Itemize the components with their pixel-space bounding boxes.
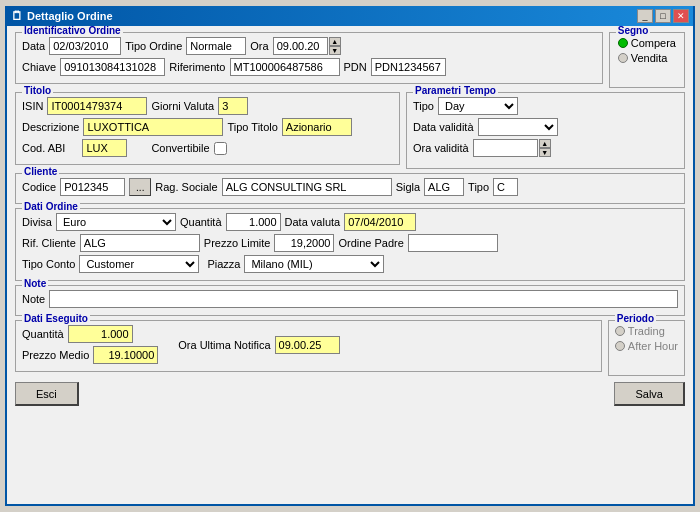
tipo-cliente-label: Tipo xyxy=(468,181,489,193)
titlebar: 🗒 Dettaglio Ordine _ □ ✕ xyxy=(7,6,693,26)
ora-label: Ora xyxy=(250,40,268,52)
codice-browse-button[interactable]: ... xyxy=(129,178,151,196)
identificativo-label: Identificativo Ordine xyxy=(22,26,123,36)
data-label: Data xyxy=(22,40,45,52)
riferimento-label: Riferimento xyxy=(169,61,225,73)
cliente-group: Cliente Codice ... Rag. Sociale Sigla Ti… xyxy=(15,173,685,204)
tipo-param-label: Tipo xyxy=(413,100,434,112)
pdn-label: PDN xyxy=(344,61,367,73)
dati-ordine-group: Dati Ordine Divisa Euro Quantità Data va… xyxy=(15,208,685,281)
quantita-ordine-label: Quantità xyxy=(180,216,222,228)
esci-button[interactable]: Esci xyxy=(15,382,79,406)
window-icon: 🗒 xyxy=(11,9,23,23)
data-valuta-label: Data valuta xyxy=(285,216,341,228)
main-window: 🗒 Dettaglio Ordine _ □ ✕ Identificativo … xyxy=(5,6,695,506)
codice-label: Codice xyxy=(22,181,56,193)
ora-ultima-input[interactable] xyxy=(275,336,340,354)
ora-validita-up[interactable]: ▲ xyxy=(539,139,551,148)
giorni-valuta-label: Giorni Valuta xyxy=(151,100,214,112)
quantita-eseg-input[interactable] xyxy=(68,325,133,343)
note-group: Note Note xyxy=(15,285,685,316)
ora-validita-spinner: ▲ ▼ xyxy=(473,139,551,157)
vendita-radio[interactable] xyxy=(618,53,628,63)
periodo-group: Periodo Trading After Hour xyxy=(608,320,685,376)
quantita-eseg-label: Quantità xyxy=(22,328,64,340)
prezzo-limite-input[interactable] xyxy=(274,234,334,252)
window-title: Dettaglio Ordine xyxy=(27,10,635,22)
ordine-padre-input[interactable] xyxy=(408,234,498,252)
dati-ordine-label: Dati Ordine xyxy=(22,201,80,212)
divisa-select[interactable]: Euro xyxy=(56,213,176,231)
after-hour-label: After Hour xyxy=(628,340,678,352)
tipo-conto-select[interactable]: Customer xyxy=(79,255,199,273)
ora-arrows: ▲ ▼ xyxy=(329,37,341,55)
data-validita-select[interactable] xyxy=(478,118,558,136)
rag-sociale-label: Rag. Sociale xyxy=(155,181,217,193)
ora-spinner: ▲ ▼ xyxy=(273,37,341,55)
tipo-param-select[interactable]: Day xyxy=(438,97,518,115)
ora-up[interactable]: ▲ xyxy=(329,37,341,46)
data-validita-label: Data validità xyxy=(413,121,474,133)
identificativo-group: Identificativo Ordine Data Tipo Ordine O… xyxy=(15,32,603,84)
cliente-label: Cliente xyxy=(22,166,59,177)
piazza-label: Piazza xyxy=(207,258,240,270)
cod-abi-label: Cod. ABI xyxy=(22,142,65,154)
tipo-titolo-label: Tipo Titolo xyxy=(227,121,277,133)
close-button[interactable]: ✕ xyxy=(673,9,689,23)
cod-abi-input[interactable] xyxy=(82,139,127,157)
dati-eseguito-group: Dati Eseguito Quantità Prezzo Medio xyxy=(15,320,602,372)
quantita-ordine-input[interactable] xyxy=(226,213,281,231)
compera-label: Compera xyxy=(631,37,676,49)
convertibile-checkbox[interactable] xyxy=(214,142,227,155)
pdn-input[interactable] xyxy=(371,58,446,76)
note-label: Note xyxy=(22,293,45,305)
piazza-select[interactable]: Milano (MIL) xyxy=(244,255,384,273)
minimize-button[interactable]: _ xyxy=(637,9,653,23)
sigla-input[interactable] xyxy=(424,178,464,196)
periodo-label: Periodo xyxy=(615,313,656,324)
tipo-titolo-input[interactable] xyxy=(282,118,352,136)
ora-input[interactable] xyxy=(273,37,328,55)
vendita-label: Vendita xyxy=(631,52,668,64)
riferimento-input[interactable] xyxy=(230,58,340,76)
note-input[interactable] xyxy=(49,290,678,308)
sigla-label: Sigla xyxy=(396,181,420,193)
descrizione-label: Descrizione xyxy=(22,121,79,133)
tipo-cliente-input[interactable] xyxy=(493,178,518,196)
descrizione-input[interactable] xyxy=(83,118,223,136)
rag-sociale-input[interactable] xyxy=(222,178,392,196)
giorni-valuta-input[interactable] xyxy=(218,97,248,115)
note-section-label: Note xyxy=(22,278,48,289)
data-valuta-input[interactable] xyxy=(344,213,416,231)
maximize-button[interactable]: □ xyxy=(655,9,671,23)
prezzo-medio-label: Prezzo Medio xyxy=(22,349,89,361)
after-hour-radio[interactable] xyxy=(615,341,625,351)
ordine-padre-label: Ordine Padre xyxy=(338,237,403,249)
parametri-label: Parametri Tempo xyxy=(413,85,498,96)
isin-input[interactable] xyxy=(47,97,147,115)
ora-validita-down[interactable]: ▼ xyxy=(539,148,551,157)
parametri-group: Parametri Tempo Tipo Day Data validità xyxy=(406,92,685,169)
segno-label: Segno xyxy=(616,26,651,36)
dati-eseguito-label: Dati Eseguito xyxy=(22,313,90,324)
rif-cliente-label: Rif. Cliente xyxy=(22,237,76,249)
data-input[interactable] xyxy=(49,37,121,55)
tipo-ordine-label: Tipo Ordine xyxy=(125,40,182,52)
prezzo-medio-input[interactable] xyxy=(93,346,158,364)
salva-button[interactable]: Salva xyxy=(614,382,685,406)
rif-cliente-input[interactable] xyxy=(80,234,200,252)
tipo-ordine-input[interactable] xyxy=(186,37,246,55)
compera-radio[interactable] xyxy=(618,38,628,48)
ora-down[interactable]: ▼ xyxy=(329,46,341,55)
titolo-label: Titolo xyxy=(22,85,53,96)
chiave-label: Chiave xyxy=(22,61,56,73)
titolo-group: Titolo ISIN Giorni Valuta Descrizione Ti… xyxy=(15,92,400,165)
chiave-input[interactable] xyxy=(60,58,165,76)
ora-validita-input[interactable] xyxy=(473,139,538,157)
tipo-conto-label: Tipo Conto xyxy=(22,258,75,270)
divisa-label: Divisa xyxy=(22,216,52,228)
trading-radio[interactable] xyxy=(615,326,625,336)
isin-label: ISIN xyxy=(22,100,43,112)
segno-group: Segno Compera Vendita xyxy=(609,32,685,88)
codice-input[interactable] xyxy=(60,178,125,196)
